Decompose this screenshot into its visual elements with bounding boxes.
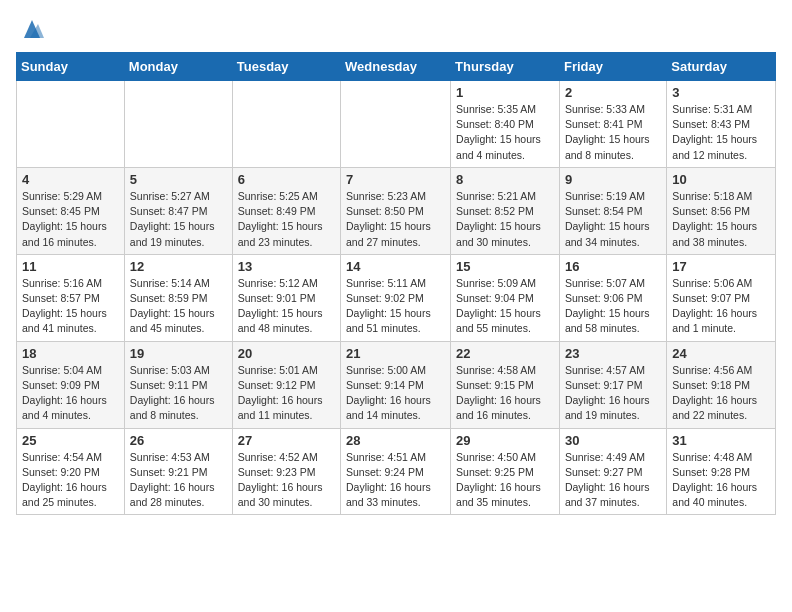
col-header-sunday: Sunday [17,53,125,81]
day-number: 25 [22,433,119,448]
col-header-tuesday: Tuesday [232,53,340,81]
day-number: 17 [672,259,770,274]
header-row: SundayMondayTuesdayWednesdayThursdayFrid… [17,53,776,81]
calendar-cell: 25Sunrise: 4:54 AM Sunset: 9:20 PM Dayli… [17,428,125,515]
day-info: Sunrise: 5:00 AM Sunset: 9:14 PM Dayligh… [346,363,445,424]
day-number: 14 [346,259,445,274]
day-number: 3 [672,85,770,100]
day-info: Sunrise: 5:12 AM Sunset: 9:01 PM Dayligh… [238,276,335,337]
calendar-cell: 17Sunrise: 5:06 AM Sunset: 9:07 PM Dayli… [667,254,776,341]
calendar-cell: 23Sunrise: 4:57 AM Sunset: 9:17 PM Dayli… [559,341,666,428]
day-info: Sunrise: 5:21 AM Sunset: 8:52 PM Dayligh… [456,189,554,250]
day-info: Sunrise: 4:52 AM Sunset: 9:23 PM Dayligh… [238,450,335,511]
calendar-cell: 7Sunrise: 5:23 AM Sunset: 8:50 PM Daylig… [341,167,451,254]
day-number: 5 [130,172,227,187]
day-info: Sunrise: 5:27 AM Sunset: 8:47 PM Dayligh… [130,189,227,250]
calendar-cell: 27Sunrise: 4:52 AM Sunset: 9:23 PM Dayli… [232,428,340,515]
day-info: Sunrise: 5:03 AM Sunset: 9:11 PM Dayligh… [130,363,227,424]
day-info: Sunrise: 4:48 AM Sunset: 9:28 PM Dayligh… [672,450,770,511]
calendar-cell: 18Sunrise: 5:04 AM Sunset: 9:09 PM Dayli… [17,341,125,428]
calendar-cell: 5Sunrise: 5:27 AM Sunset: 8:47 PM Daylig… [124,167,232,254]
day-info: Sunrise: 5:33 AM Sunset: 8:41 PM Dayligh… [565,102,661,163]
day-info: Sunrise: 5:25 AM Sunset: 8:49 PM Dayligh… [238,189,335,250]
day-number: 29 [456,433,554,448]
calendar-cell: 10Sunrise: 5:18 AM Sunset: 8:56 PM Dayli… [667,167,776,254]
day-number: 2 [565,85,661,100]
calendar-cell: 30Sunrise: 4:49 AM Sunset: 9:27 PM Dayli… [559,428,666,515]
calendar-cell: 4Sunrise: 5:29 AM Sunset: 8:45 PM Daylig… [17,167,125,254]
day-info: Sunrise: 5:29 AM Sunset: 8:45 PM Dayligh… [22,189,119,250]
page-header [16,16,776,44]
day-number: 10 [672,172,770,187]
day-info: Sunrise: 4:49 AM Sunset: 9:27 PM Dayligh… [565,450,661,511]
day-info: Sunrise: 5:07 AM Sunset: 9:06 PM Dayligh… [565,276,661,337]
logo-icon [18,16,46,44]
calendar-cell: 13Sunrise: 5:12 AM Sunset: 9:01 PM Dayli… [232,254,340,341]
day-number: 13 [238,259,335,274]
calendar-cell: 6Sunrise: 5:25 AM Sunset: 8:49 PM Daylig… [232,167,340,254]
day-number: 21 [346,346,445,361]
col-header-monday: Monday [124,53,232,81]
day-info: Sunrise: 4:56 AM Sunset: 9:18 PM Dayligh… [672,363,770,424]
calendar-cell: 16Sunrise: 5:07 AM Sunset: 9:06 PM Dayli… [559,254,666,341]
calendar-cell: 1Sunrise: 5:35 AM Sunset: 8:40 PM Daylig… [451,81,560,168]
day-info: Sunrise: 5:16 AM Sunset: 8:57 PM Dayligh… [22,276,119,337]
calendar-cell: 11Sunrise: 5:16 AM Sunset: 8:57 PM Dayli… [17,254,125,341]
col-header-thursday: Thursday [451,53,560,81]
calendar-cell [124,81,232,168]
day-number: 12 [130,259,227,274]
day-number: 11 [22,259,119,274]
calendar-cell: 28Sunrise: 4:51 AM Sunset: 9:24 PM Dayli… [341,428,451,515]
day-number: 16 [565,259,661,274]
day-info: Sunrise: 5:06 AM Sunset: 9:07 PM Dayligh… [672,276,770,337]
day-info: Sunrise: 5:35 AM Sunset: 8:40 PM Dayligh… [456,102,554,163]
col-header-friday: Friday [559,53,666,81]
calendar-cell: 21Sunrise: 5:00 AM Sunset: 9:14 PM Dayli… [341,341,451,428]
day-number: 28 [346,433,445,448]
calendar-cell: 12Sunrise: 5:14 AM Sunset: 8:59 PM Dayli… [124,254,232,341]
calendar-week-1: 1Sunrise: 5:35 AM Sunset: 8:40 PM Daylig… [17,81,776,168]
day-info: Sunrise: 4:58 AM Sunset: 9:15 PM Dayligh… [456,363,554,424]
logo [16,16,46,44]
calendar-cell: 8Sunrise: 5:21 AM Sunset: 8:52 PM Daylig… [451,167,560,254]
calendar-cell: 19Sunrise: 5:03 AM Sunset: 9:11 PM Dayli… [124,341,232,428]
calendar-cell: 15Sunrise: 5:09 AM Sunset: 9:04 PM Dayli… [451,254,560,341]
day-info: Sunrise: 5:19 AM Sunset: 8:54 PM Dayligh… [565,189,661,250]
day-number: 23 [565,346,661,361]
day-info: Sunrise: 4:50 AM Sunset: 9:25 PM Dayligh… [456,450,554,511]
calendar-cell: 31Sunrise: 4:48 AM Sunset: 9:28 PM Dayli… [667,428,776,515]
day-number: 7 [346,172,445,187]
calendar-cell: 2Sunrise: 5:33 AM Sunset: 8:41 PM Daylig… [559,81,666,168]
calendar-cell: 9Sunrise: 5:19 AM Sunset: 8:54 PM Daylig… [559,167,666,254]
calendar-cell: 22Sunrise: 4:58 AM Sunset: 9:15 PM Dayli… [451,341,560,428]
day-info: Sunrise: 5:31 AM Sunset: 8:43 PM Dayligh… [672,102,770,163]
col-header-wednesday: Wednesday [341,53,451,81]
calendar-cell: 3Sunrise: 5:31 AM Sunset: 8:43 PM Daylig… [667,81,776,168]
day-info: Sunrise: 5:01 AM Sunset: 9:12 PM Dayligh… [238,363,335,424]
day-number: 31 [672,433,770,448]
day-number: 26 [130,433,227,448]
calendar-cell: 20Sunrise: 5:01 AM Sunset: 9:12 PM Dayli… [232,341,340,428]
day-info: Sunrise: 4:53 AM Sunset: 9:21 PM Dayligh… [130,450,227,511]
day-number: 22 [456,346,554,361]
day-info: Sunrise: 5:18 AM Sunset: 8:56 PM Dayligh… [672,189,770,250]
day-info: Sunrise: 4:57 AM Sunset: 9:17 PM Dayligh… [565,363,661,424]
day-number: 30 [565,433,661,448]
calendar-cell [341,81,451,168]
day-number: 6 [238,172,335,187]
calendar-week-2: 4Sunrise: 5:29 AM Sunset: 8:45 PM Daylig… [17,167,776,254]
day-number: 15 [456,259,554,274]
calendar-cell: 14Sunrise: 5:11 AM Sunset: 9:02 PM Dayli… [341,254,451,341]
calendar-week-3: 11Sunrise: 5:16 AM Sunset: 8:57 PM Dayli… [17,254,776,341]
day-number: 19 [130,346,227,361]
calendar-cell: 24Sunrise: 4:56 AM Sunset: 9:18 PM Dayli… [667,341,776,428]
col-header-saturday: Saturday [667,53,776,81]
day-number: 20 [238,346,335,361]
calendar-week-5: 25Sunrise: 4:54 AM Sunset: 9:20 PM Dayli… [17,428,776,515]
calendar-cell [232,81,340,168]
day-info: Sunrise: 4:51 AM Sunset: 9:24 PM Dayligh… [346,450,445,511]
day-info: Sunrise: 5:11 AM Sunset: 9:02 PM Dayligh… [346,276,445,337]
day-number: 9 [565,172,661,187]
day-info: Sunrise: 5:23 AM Sunset: 8:50 PM Dayligh… [346,189,445,250]
day-number: 18 [22,346,119,361]
